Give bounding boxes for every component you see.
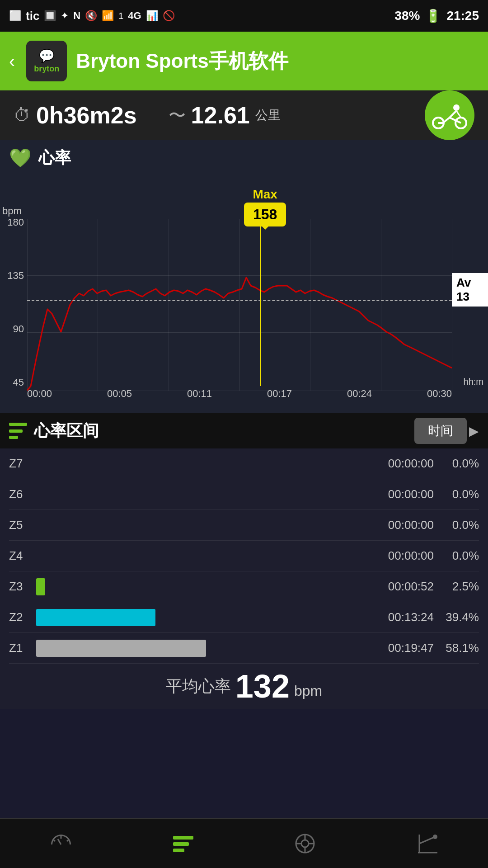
y-unit: bpm [2,205,22,217]
app-name: tic [26,9,39,23]
clock-icon: ⏱ [14,106,31,125]
back-button[interactable]: ‹ [9,51,15,71]
yellow-line [260,219,261,386]
avg-hr-bar: 平均心率 132 bpm [0,664,488,709]
zone-icon [9,423,27,439]
nav-chart[interactable] [366,819,488,868]
nav-dashboard[interactable] [0,819,122,868]
chart-icon [415,832,440,855]
distance-value: 12.61 [191,102,250,129]
distance-unit: 公里 [255,107,281,124]
heart-icon: 💚 [9,147,32,169]
x-unit: hh:m [464,377,483,387]
nav-zones[interactable] [122,819,244,868]
zone-z3-pct: 2.5% [434,580,479,594]
nav-map[interactable] [244,819,366,868]
svg-rect-8 [173,842,189,846]
zone-z2-bar [36,609,334,626]
zone-z7-time: 00:00:00 [343,457,434,471]
map-icon [293,832,318,855]
zone-title: 心率区间 [34,420,99,442]
bryton-logo-icon: 💬 [39,48,55,63]
y-labels: 180 135 90 45 [0,217,26,388]
time-button[interactable]: 时间 [414,418,467,444]
hr-line [27,278,452,391]
zone-z5-pct: 0.0% [434,518,479,532]
wifi-icon: 📶 [102,10,114,22]
zone-z4-bar [36,547,334,565]
zone-z4-pct: 0.0% [434,549,479,563]
y-label-45: 45 [2,377,24,388]
network-icon: 4G [128,10,141,22]
x-label-0: 00:00 [27,388,52,400]
zone-row-z3: Z3 00:00:52 2.5% [9,571,479,602]
hr-section: 💚 心率 [0,140,488,178]
zone-z6-pct: 0.0% [434,487,479,501]
max-value: 158 [253,206,277,222]
avg-hr-value: 132 [235,668,290,705]
sound-icon: 🔇 [85,10,97,22]
cycling-icon [432,99,468,131]
zone-z7-pct: 0.0% [434,457,479,471]
svg-rect-7 [173,836,193,840]
zone-table: Z7 00:00:00 0.0% Z6 00:00:00 0.0% Z5 00:… [0,448,488,664]
time-button-arrow: ▶ [469,424,479,439]
flipboard-icon: 🔲 [44,10,56,22]
time-button-container[interactable]: 时间 ▶ [414,418,479,444]
zone-z2-time: 00:13:24 [343,610,434,624]
zone-header: 心率区间 时间 ▶ [0,413,488,448]
zone-z4-name: Z4 [9,549,36,563]
blocked-icon: 🚫 [163,10,175,22]
zone-z6-name: Z6 [9,487,36,501]
bottom-nav [0,818,488,868]
zone-z1-bar [36,640,334,657]
zone-z4-time: 00:00:00 [343,549,434,563]
svg-rect-9 [173,849,184,852]
x-label-30: 00:30 [427,388,452,400]
screen-icon: ⬜ [9,10,21,22]
battery-icon: 🔋 [425,9,441,24]
clock: 21:25 [446,9,479,23]
bryton-logo-text: bryton [34,64,59,74]
zone-z6-time: 00:00:00 [343,487,434,501]
bar-icon: 📊 [146,10,158,22]
cycling-badge [425,90,474,140]
hr-label: 心率 [38,147,71,169]
zone-section: 心率区间 时间 ▶ Z7 00:00:00 0.0% Z6 00:00:00 0… [0,413,488,709]
zone-z2-pct: 39.4% [434,610,479,624]
avg-line [27,300,452,301]
status-left: ⬜ tic 🔲 ✦ N 🔇 📶 1 4G 📊 🚫 [9,9,175,23]
status-bar: ⬜ tic 🔲 ✦ N 🔇 📶 1 4G 📊 🚫 38% 🔋 21:25 [0,0,488,32]
svg-line-5 [67,840,69,841]
zone-row-z6: Z6 00:00:00 0.0% [9,479,479,510]
svg-line-4 [53,840,55,841]
svg-line-6 [58,839,61,844]
x-label-11: 00:11 [187,388,212,400]
zones-icon [171,832,196,855]
zone-z3-time: 00:00:52 [343,580,434,594]
bluetooth-icon: ✦ [61,10,69,22]
avg-label-box: Av 13 [452,273,488,307]
zone-z1-name: Z1 [9,641,36,655]
svg-point-2 [453,104,460,111]
x-labels: 00:00 00:05 00:11 00:17 00:24 00:30 hh:m [27,388,452,400]
max-label: Max [253,187,277,202]
svg-line-18 [419,837,435,844]
avg-hr-unit: bpm [294,683,322,699]
chart-container: bpm 180 135 90 45 Max 158 [0,178,488,413]
svg-point-11 [301,840,309,847]
duration-stat: ⏱ 0h36m2s [14,102,137,129]
zone-z1-time: 00:19:47 [343,641,434,655]
zone-z5-bar [36,517,334,534]
max-value-box: 158 [244,203,286,226]
svg-point-19 [433,835,437,839]
road-icon: 〜 [169,104,186,127]
zone-row-z1: Z1 00:19:47 58.1% [9,633,479,664]
x-label-5: 00:05 [107,388,132,400]
y-label-90: 90 [2,323,24,335]
avg-hr-label: 平均心率 [166,675,231,698]
zone-z7-name: Z7 [9,457,36,471]
hr-chart-svg [27,219,452,391]
battery-percent: 38% [394,9,420,23]
zone-z1-pct: 58.1% [434,641,479,655]
